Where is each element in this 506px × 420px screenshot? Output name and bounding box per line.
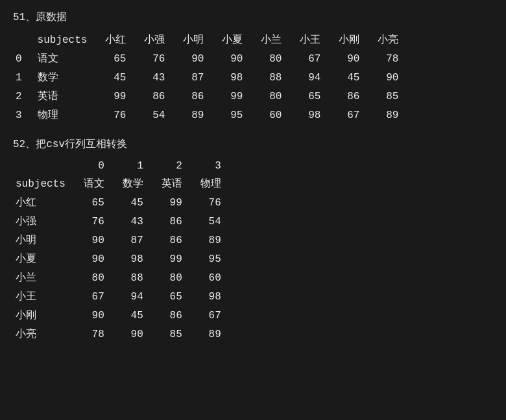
cell-value: 87 — [114, 231, 152, 250]
cell-value: 90 — [213, 49, 252, 68]
cell-value: 86 — [152, 212, 191, 231]
cell-value: 45 — [114, 306, 152, 325]
cell-value: 78 — [75, 325, 114, 344]
cell-value: 87 — [174, 68, 213, 87]
cell-value: 99 — [213, 87, 252, 106]
row-index: 0 — [13, 49, 29, 68]
cell-value: 90 — [75, 306, 114, 325]
table-row: 小王67946598 — [13, 287, 230, 306]
table-row: 0语文6576909080679078 — [13, 49, 407, 68]
section2-title: 52、把csv行列互相转换 — [13, 137, 493, 151]
cell-value: 99 — [96, 87, 135, 106]
cell-value: 80 — [252, 49, 291, 68]
cell-value: 76 — [191, 193, 230, 212]
col-header-0: 0 — [75, 158, 114, 174]
cell-value: 45 — [96, 68, 135, 87]
cell-value: 45 — [114, 193, 152, 212]
cell-value: 98 — [114, 250, 152, 268]
cell-value: 60 — [252, 106, 291, 124]
header-index — [13, 30, 29, 49]
section2: 52、把csv行列互相转换 0 1 2 3 subjects 语文 数学 英语 … — [13, 137, 493, 344]
cell-value: 89 — [191, 325, 230, 344]
subject-header-label: subjects — [13, 174, 75, 193]
section2-col-header-row: 0 1 2 3 — [13, 158, 230, 174]
cell-value: 98 — [191, 287, 230, 306]
cell-value: 99 — [152, 250, 191, 268]
cell-value: 90 — [174, 49, 213, 68]
section1-title: 51、原数据 — [13, 10, 493, 24]
cell-value: 99 — [152, 193, 191, 212]
cell-value: 45 — [330, 68, 368, 87]
cell-value: 65 — [96, 49, 135, 68]
cell-value: 89 — [368, 106, 407, 124]
col-header-3: 3 — [191, 158, 230, 174]
cell-value: 88 — [114, 268, 152, 287]
cell-value: 43 — [114, 212, 152, 231]
col-header-blank — [13, 158, 75, 174]
section1: 51、原数据 subjects 小红 小强 小明 小夏 小兰 小王 小刚 小亮 … — [13, 10, 493, 124]
cell-value: 65 — [75, 193, 114, 212]
section2-table: 0 1 2 3 subjects 语文 数学 英语 物理 小红65459976小… — [13, 158, 230, 344]
cell-value: 67 — [75, 287, 114, 306]
cell-value: 94 — [114, 287, 152, 306]
cell-value: 76 — [96, 106, 135, 124]
row-name: 小红 — [13, 193, 75, 212]
header-xiaoxia: 小夏 — [213, 30, 252, 49]
row-name: 小夏 — [13, 250, 75, 268]
cell-value: 54 — [135, 106, 174, 124]
cell-value: 76 — [135, 49, 174, 68]
header-subjects: subjects — [29, 30, 97, 49]
cell-value: 86 — [135, 87, 174, 106]
cell-value: 98 — [291, 106, 330, 124]
table-row: 小刚90458667 — [13, 306, 230, 325]
cell-value: 54 — [191, 212, 230, 231]
cell-value: 94 — [291, 68, 330, 87]
row-name: 小刚 — [13, 306, 75, 325]
cell-value: 90 — [75, 250, 114, 268]
section1-table: subjects 小红 小强 小明 小夏 小兰 小王 小刚 小亮 0语文6576… — [13, 30, 407, 124]
table-row: 小明90878689 — [13, 231, 230, 250]
cell-value: 85 — [152, 325, 191, 344]
cell-value: 86 — [330, 87, 368, 106]
table-row: 2英语9986869980658685 — [13, 87, 407, 106]
cell-value: 67 — [291, 49, 330, 68]
row-subject: 语文 — [29, 49, 97, 68]
row-subject: 物理 — [29, 106, 97, 124]
cell-value: 86 — [152, 231, 191, 250]
row-index: 3 — [13, 106, 29, 124]
row-index: 2 — [13, 87, 29, 106]
cell-value: 86 — [174, 87, 213, 106]
table-row: 小兰80888060 — [13, 268, 230, 287]
cell-value: 78 — [368, 49, 407, 68]
cell-value: 76 — [75, 212, 114, 231]
header-xiaoqiang: 小强 — [135, 30, 174, 49]
table-row: 1数学4543879888944590 — [13, 68, 407, 87]
section1-header-row: subjects 小红 小强 小明 小夏 小兰 小王 小刚 小亮 — [13, 30, 407, 49]
header-xiaoliang: 小亮 — [368, 30, 407, 49]
header-xiaoming: 小明 — [174, 30, 213, 49]
cell-value: 98 — [213, 68, 252, 87]
subject-header-shuxue: 数学 — [114, 174, 152, 193]
table-row: 小夏90989995 — [13, 250, 230, 268]
cell-value: 95 — [213, 106, 252, 124]
cell-value: 90 — [75, 231, 114, 250]
row-subject: 数学 — [29, 68, 97, 87]
cell-value: 60 — [191, 268, 230, 287]
cell-value: 90 — [368, 68, 407, 87]
cell-value: 86 — [152, 306, 191, 325]
row-name: 小亮 — [13, 325, 75, 344]
col-header-1: 1 — [114, 158, 152, 174]
table-row: 小强76438654 — [13, 212, 230, 231]
cell-value: 67 — [191, 306, 230, 325]
section2-subject-header-row: subjects 语文 数学 英语 物理 — [13, 174, 230, 193]
table-row: 3物理7654899560986789 — [13, 106, 407, 124]
table-row: 小亮78908589 — [13, 325, 230, 344]
cell-value: 67 — [330, 106, 368, 124]
subject-header-wuli: 物理 — [191, 174, 230, 193]
cell-value: 89 — [174, 106, 213, 124]
cell-value: 85 — [368, 87, 407, 106]
col-header-2: 2 — [152, 158, 191, 174]
table-row: 小红65459976 — [13, 193, 230, 212]
cell-value: 88 — [252, 68, 291, 87]
header-xiaowang: 小王 — [291, 30, 330, 49]
